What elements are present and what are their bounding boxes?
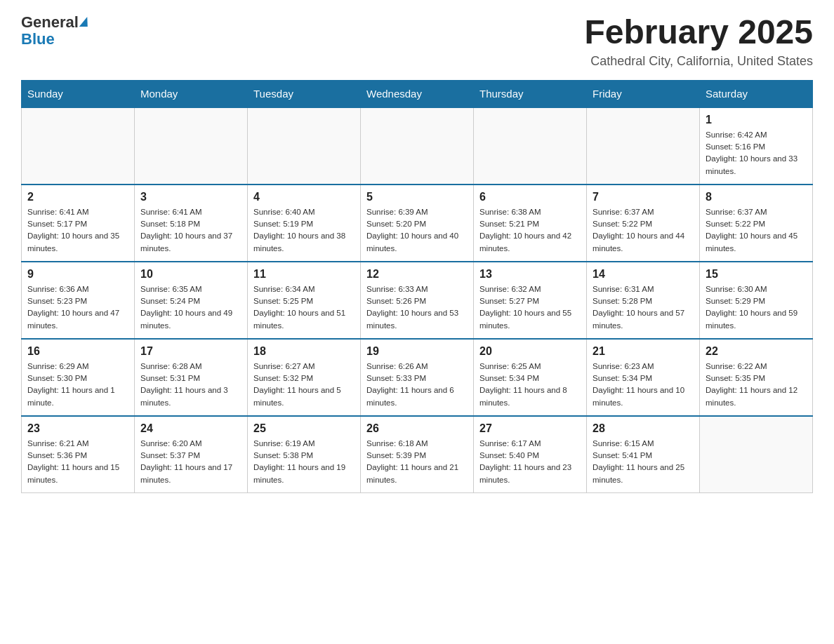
day-number: 1 xyxy=(706,114,807,126)
day-info: Sunrise: 6:21 AMSunset: 5:36 PMDaylight:… xyxy=(27,438,128,486)
day-number: 4 xyxy=(253,191,355,203)
calendar-cell: 19Sunrise: 6:26 AMSunset: 5:33 PMDayligh… xyxy=(361,339,474,416)
day-number: 27 xyxy=(479,422,581,435)
calendar-cell: 20Sunrise: 6:25 AMSunset: 5:34 PMDayligh… xyxy=(474,339,587,416)
calendar-cell: 10Sunrise: 6:35 AMSunset: 5:24 PMDayligh… xyxy=(135,262,248,339)
week-row-1: 1Sunrise: 6:42 AMSunset: 5:16 PMDaylight… xyxy=(22,107,813,185)
calendar-cell: 26Sunrise: 6:18 AMSunset: 5:39 PMDayligh… xyxy=(361,416,474,493)
day-info: Sunrise: 6:20 AMSunset: 5:37 PMDaylight:… xyxy=(140,438,241,486)
day-header-saturday: Saturday xyxy=(700,80,813,107)
day-number: 12 xyxy=(366,268,468,281)
day-header-wednesday: Wednesday xyxy=(361,80,474,107)
calendar-header-row: SundayMondayTuesdayWednesdayThursdayFrid… xyxy=(22,80,813,107)
calendar-cell: 8Sunrise: 6:37 AMSunset: 5:22 PMDaylight… xyxy=(700,185,813,262)
calendar-cell: 7Sunrise: 6:37 AMSunset: 5:22 PMDaylight… xyxy=(587,185,700,262)
calendar-cell: 5Sunrise: 6:39 AMSunset: 5:20 PMDaylight… xyxy=(361,185,474,262)
logo-blue: Blue xyxy=(21,31,88,48)
day-info: Sunrise: 6:30 AMSunset: 5:29 PMDaylight:… xyxy=(706,283,807,332)
calendar-cell: 28Sunrise: 6:15 AMSunset: 5:41 PMDayligh… xyxy=(587,416,700,493)
calendar-cell xyxy=(22,107,135,185)
calendar-cell xyxy=(248,107,361,185)
day-info: Sunrise: 6:37 AMSunset: 5:22 PMDaylight:… xyxy=(593,206,694,255)
calendar-cell: 27Sunrise: 6:17 AMSunset: 5:40 PMDayligh… xyxy=(474,416,587,493)
calendar-cell: 21Sunrise: 6:23 AMSunset: 5:34 PMDayligh… xyxy=(587,339,700,416)
day-info: Sunrise: 6:17 AMSunset: 5:40 PMDaylight:… xyxy=(479,438,581,486)
day-info: Sunrise: 6:23 AMSunset: 5:34 PMDaylight:… xyxy=(593,361,694,409)
calendar-cell xyxy=(587,107,700,185)
calendar-cell: 13Sunrise: 6:32 AMSunset: 5:27 PMDayligh… xyxy=(474,262,587,339)
day-number: 14 xyxy=(593,268,694,281)
logo-general: General xyxy=(21,14,79,31)
day-info: Sunrise: 6:39 AMSunset: 5:20 PMDaylight:… xyxy=(366,206,468,255)
calendar-table: SundayMondayTuesdayWednesdayThursdayFrid… xyxy=(21,80,813,494)
calendar-cell: 3Sunrise: 6:41 AMSunset: 5:18 PMDaylight… xyxy=(135,185,248,262)
day-info: Sunrise: 6:28 AMSunset: 5:31 PMDaylight:… xyxy=(140,361,241,409)
calendar-cell: 11Sunrise: 6:34 AMSunset: 5:25 PMDayligh… xyxy=(248,262,361,339)
day-info: Sunrise: 6:36 AMSunset: 5:23 PMDaylight:… xyxy=(27,283,128,332)
day-info: Sunrise: 6:40 AMSunset: 5:19 PMDaylight:… xyxy=(253,206,355,255)
day-info: Sunrise: 6:41 AMSunset: 5:17 PMDaylight:… xyxy=(27,206,128,255)
day-info: Sunrise: 6:19 AMSunset: 5:38 PMDaylight:… xyxy=(253,438,355,486)
calendar-cell: 22Sunrise: 6:22 AMSunset: 5:35 PMDayligh… xyxy=(700,339,813,416)
week-row-5: 23Sunrise: 6:21 AMSunset: 5:36 PMDayligh… xyxy=(22,416,813,493)
day-number: 28 xyxy=(593,422,694,435)
calendar-cell: 2Sunrise: 6:41 AMSunset: 5:17 PMDaylight… xyxy=(22,185,135,262)
day-info: Sunrise: 6:26 AMSunset: 5:33 PMDaylight:… xyxy=(366,361,468,409)
calendar-cell: 23Sunrise: 6:21 AMSunset: 5:36 PMDayligh… xyxy=(22,416,135,493)
day-info: Sunrise: 6:33 AMSunset: 5:26 PMDaylight:… xyxy=(366,283,468,332)
day-number: 13 xyxy=(479,268,581,281)
week-row-2: 2Sunrise: 6:41 AMSunset: 5:17 PMDaylight… xyxy=(22,185,813,262)
day-number: 6 xyxy=(479,191,581,203)
calendar-cell xyxy=(474,107,587,185)
logo: General Blue xyxy=(21,14,88,48)
calendar-cell xyxy=(700,416,813,493)
month-title: February 2025 xyxy=(584,14,813,51)
day-number: 11 xyxy=(253,268,355,281)
day-info: Sunrise: 6:34 AMSunset: 5:25 PMDaylight:… xyxy=(253,283,355,332)
day-info: Sunrise: 6:27 AMSunset: 5:32 PMDaylight:… xyxy=(253,361,355,409)
day-info: Sunrise: 6:31 AMSunset: 5:28 PMDaylight:… xyxy=(593,283,694,332)
day-number: 10 xyxy=(140,268,241,281)
calendar-cell: 9Sunrise: 6:36 AMSunset: 5:23 PMDaylight… xyxy=(22,262,135,339)
calendar-cell: 6Sunrise: 6:38 AMSunset: 5:21 PMDaylight… xyxy=(474,185,587,262)
day-number: 24 xyxy=(140,422,241,435)
calendar-cell xyxy=(361,107,474,185)
calendar-cell: 24Sunrise: 6:20 AMSunset: 5:37 PMDayligh… xyxy=(135,416,248,493)
calendar-cell: 1Sunrise: 6:42 AMSunset: 5:16 PMDaylight… xyxy=(700,107,813,185)
calendar-cell: 15Sunrise: 6:30 AMSunset: 5:29 PMDayligh… xyxy=(700,262,813,339)
day-number: 3 xyxy=(140,191,241,203)
day-info: Sunrise: 6:18 AMSunset: 5:39 PMDaylight:… xyxy=(366,438,468,486)
day-number: 20 xyxy=(479,345,581,358)
day-number: 17 xyxy=(140,345,241,358)
day-info: Sunrise: 6:42 AMSunset: 5:16 PMDaylight:… xyxy=(706,129,807,177)
day-number: 19 xyxy=(366,345,468,358)
day-info: Sunrise: 6:15 AMSunset: 5:41 PMDaylight:… xyxy=(593,438,694,486)
day-info: Sunrise: 6:41 AMSunset: 5:18 PMDaylight:… xyxy=(140,206,241,255)
title-area: February 2025 Cathedral City, California… xyxy=(584,14,813,69)
calendar-cell: 25Sunrise: 6:19 AMSunset: 5:38 PMDayligh… xyxy=(248,416,361,493)
day-number: 9 xyxy=(27,268,128,281)
logo-icon xyxy=(79,17,89,27)
day-info: Sunrise: 6:37 AMSunset: 5:22 PMDaylight:… xyxy=(706,206,807,255)
calendar-cell: 4Sunrise: 6:40 AMSunset: 5:19 PMDaylight… xyxy=(248,185,361,262)
day-header-thursday: Thursday xyxy=(474,80,587,107)
day-number: 21 xyxy=(593,345,694,358)
location-subtitle: Cathedral City, California, United State… xyxy=(584,54,813,69)
day-info: Sunrise: 6:32 AMSunset: 5:27 PMDaylight:… xyxy=(479,283,581,332)
day-number: 8 xyxy=(706,191,807,203)
week-row-4: 16Sunrise: 6:29 AMSunset: 5:30 PMDayligh… xyxy=(22,339,813,416)
day-number: 25 xyxy=(253,422,355,435)
calendar-cell: 16Sunrise: 6:29 AMSunset: 5:30 PMDayligh… xyxy=(22,339,135,416)
day-number: 26 xyxy=(366,422,468,435)
calendar-cell: 12Sunrise: 6:33 AMSunset: 5:26 PMDayligh… xyxy=(361,262,474,339)
week-row-3: 9Sunrise: 6:36 AMSunset: 5:23 PMDaylight… xyxy=(22,262,813,339)
day-number: 22 xyxy=(706,345,807,358)
day-info: Sunrise: 6:35 AMSunset: 5:24 PMDaylight:… xyxy=(140,283,241,332)
day-number: 7 xyxy=(593,191,694,203)
day-header-sunday: Sunday xyxy=(22,80,135,107)
day-info: Sunrise: 6:25 AMSunset: 5:34 PMDaylight:… xyxy=(479,361,581,409)
day-number: 18 xyxy=(253,345,355,358)
day-info: Sunrise: 6:29 AMSunset: 5:30 PMDaylight:… xyxy=(27,361,128,409)
page-header: General Blue February 2025 Cathedral Cit… xyxy=(21,14,813,69)
calendar-cell: 14Sunrise: 6:31 AMSunset: 5:28 PMDayligh… xyxy=(587,262,700,339)
